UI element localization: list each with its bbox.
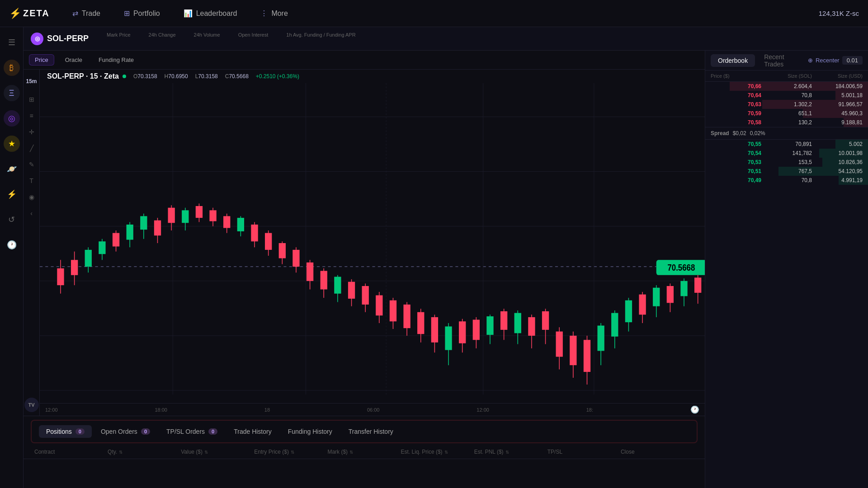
price-tab[interactable]: Price	[29, 54, 54, 66]
24h-volume-value	[194, 38, 220, 45]
sidebar-eth-icon[interactable]: Ξ	[4, 85, 20, 101]
asks-section: 70,66 2.604,4 184.006,59 70,64 70,8 5.00…	[705, 82, 868, 127]
svg-rect-85	[542, 311, 549, 330]
user-balance: 124,31K Z-sc	[819, 9, 859, 17]
line-tool-icon[interactable]: ╱	[25, 142, 38, 155]
svg-rect-63	[390, 300, 396, 322]
sidebar-planet-icon[interactable]: 🪐	[4, 161, 20, 177]
main-layout: ☰ ₿ Ξ ◎ ★ 🪐 ⚡ ↺ 🕐 ◎ SOL-PERP Mark Price …	[0, 27, 868, 488]
th-value: Value ($) ⇅	[181, 449, 254, 455]
nav-leaderboard[interactable]: 📊 Leaderboard	[179, 6, 242, 20]
ob-col-headers: Price ($) Size (SOL) Size (USD)	[705, 70, 868, 82]
clock-icon[interactable]: 🕐	[690, 405, 699, 414]
ask-row-4: 70,59 651,1 45.960,3	[705, 109, 868, 118]
svg-rect-37	[209, 210, 216, 221]
open-interest-stat: Open Interest	[238, 32, 269, 45]
chart-area: Price Oracle Funding Rate 15m ⊞ ≡ ✛ ╱	[24, 51, 705, 488]
svg-rect-79	[500, 311, 507, 330]
ask-row-3: 70,63 1.302,2 91.966,57	[705, 100, 868, 109]
ask-row-1: 70,66 2.604,4 184.006,59	[705, 82, 868, 91]
mark-price-value	[107, 38, 131, 45]
sidebar-star-icon[interactable]: ★	[4, 136, 20, 152]
sidebar-sol-icon[interactable]: ◎	[4, 110, 20, 127]
th-tpsl: TP/SL	[547, 449, 621, 455]
live-dot	[123, 75, 126, 78]
sidebar-menu-icon[interactable]: ☰	[4, 34, 20, 51]
time-axis: 12:00 18:00 18 06:00 12:00 18: 🕐	[40, 403, 705, 416]
node-tool-icon[interactable]: ◉	[25, 191, 38, 203]
orderbook-tab[interactable]: Orderbook	[711, 54, 755, 67]
open-orders-tab[interactable]: Open Orders 0	[94, 425, 157, 438]
recent-trades-tab[interactable]: Recent Trades	[757, 51, 806, 70]
symbol-name[interactable]: ◎ SOL-PERP	[31, 33, 89, 45]
logo-icon: ⚡	[9, 8, 20, 19]
svg-rect-87	[556, 332, 563, 357]
funding-rate-tab[interactable]: Funding Rate	[93, 55, 139, 65]
sidebar-refresh-icon[interactable]: ↺	[4, 211, 20, 228]
svg-rect-23	[113, 233, 119, 247]
th-contract: Contract	[34, 449, 108, 455]
draw-tool-icon[interactable]: ✎	[25, 158, 38, 171]
funding-stat: 1h Avg. Funding / Funding APR	[286, 32, 355, 45]
funding-history-label: Funding History	[288, 428, 332, 435]
svg-rect-43	[251, 225, 258, 241]
th-close: Close	[621, 449, 694, 455]
chart-canvas[interactable]: 70.5668	[40, 83, 705, 403]
recenter-icon: ⊕	[808, 57, 813, 64]
sidebar-btc-icon[interactable]: ₿	[4, 60, 20, 76]
content-area: ◎ SOL-PERP Mark Price 24h Change 24h Vol…	[24, 27, 868, 488]
ask-row-5: 70,58 130,2 9.188,81	[705, 118, 868, 127]
portfolio-icon: ⊞	[124, 9, 130, 18]
recenter-button[interactable]: ⊕ Recenter 0.01	[808, 56, 863, 65]
transfer-history-tab[interactable]: Transfer History	[341, 425, 401, 438]
time-1200: 12:00	[45, 407, 58, 413]
logo-text: ZETA	[23, 8, 50, 19]
svg-rect-73	[459, 321, 466, 343]
text-tool-icon[interactable]: T	[25, 174, 38, 187]
tpsl-orders-tab[interactable]: TP/SL Orders 0	[159, 425, 225, 438]
bid-row-2: 70,54 141,782 10.001,98	[705, 149, 868, 158]
bid-row-1: 70,55 70,891 5.002	[705, 140, 868, 149]
orderbook: Orderbook Recent Trades ⊕ Recenter 0.01 …	[705, 51, 868, 488]
svg-rect-59	[362, 286, 369, 305]
ohlc-bar: SOL-PERP · 15 · Zeta OO70.315870.3158 H7…	[40, 70, 705, 83]
recenter-value[interactable]: 0.01	[842, 56, 863, 65]
nav-trade-label: Trade	[82, 9, 100, 18]
oracle-tab[interactable]: Oracle	[60, 55, 88, 65]
positions-tab[interactable]: Positions 0	[39, 425, 92, 438]
sidebar-zap-icon[interactable]: ⚡	[4, 186, 20, 202]
candlestick-type-icon[interactable]: ⊞	[25, 93, 38, 106]
spread-label: Spread	[711, 130, 729, 136]
nav-leaderboard-label: Leaderboard	[196, 9, 237, 18]
tpsl-badge: 0	[208, 428, 217, 435]
ob-price-header: Price ($)	[711, 73, 761, 79]
crosshair-icon[interactable]: ✛	[25, 126, 38, 138]
nav-trade[interactable]: ⇄ Trade	[68, 6, 105, 20]
trade-history-tab[interactable]: Trade History	[226, 425, 279, 438]
spread-percent: 0,02%	[750, 130, 765, 136]
open-orders-badge: 0	[141, 428, 150, 435]
logo[interactable]: ⚡ ZETA	[9, 8, 50, 19]
indicators-icon[interactable]: ≡	[25, 109, 38, 122]
ohlc-close: C70.5668	[225, 73, 249, 80]
nav-more[interactable]: ⋮ More	[256, 6, 292, 20]
svg-rect-57	[348, 282, 355, 299]
sidebar-clock-icon[interactable]: 🕐	[4, 237, 20, 253]
drawing-tools: 15m ⊞ ≡ ✛ ╱ ✎ T ◉ ‹ TV	[24, 70, 40, 416]
24h-change-value	[149, 38, 176, 45]
funding-history-tab[interactable]: Funding History	[281, 425, 340, 438]
svg-rect-41	[237, 218, 244, 231]
collapse-icon[interactable]: ‹	[25, 207, 38, 220]
svg-rect-25	[127, 225, 133, 240]
bid-row-3: 70,53 153,5 10.826,36	[705, 158, 868, 167]
svg-rect-31	[168, 208, 175, 223]
th-qty: Qty. ⇅	[108, 449, 181, 455]
ohlc-symbol: SOL-PERP · 15 · Zeta	[47, 72, 126, 80]
svg-rect-29	[154, 221, 161, 236]
positions-table-header: Contract Qty. ⇅ Value ($) ⇅ Entry Price …	[24, 445, 705, 459]
time-1800: 18:00	[155, 407, 167, 413]
svg-rect-27	[140, 216, 147, 230]
svg-rect-53	[321, 271, 327, 289]
nav-portfolio[interactable]: ⊞ Portfolio	[119, 6, 165, 20]
timeframe-btn[interactable]: 15m	[25, 75, 38, 88]
